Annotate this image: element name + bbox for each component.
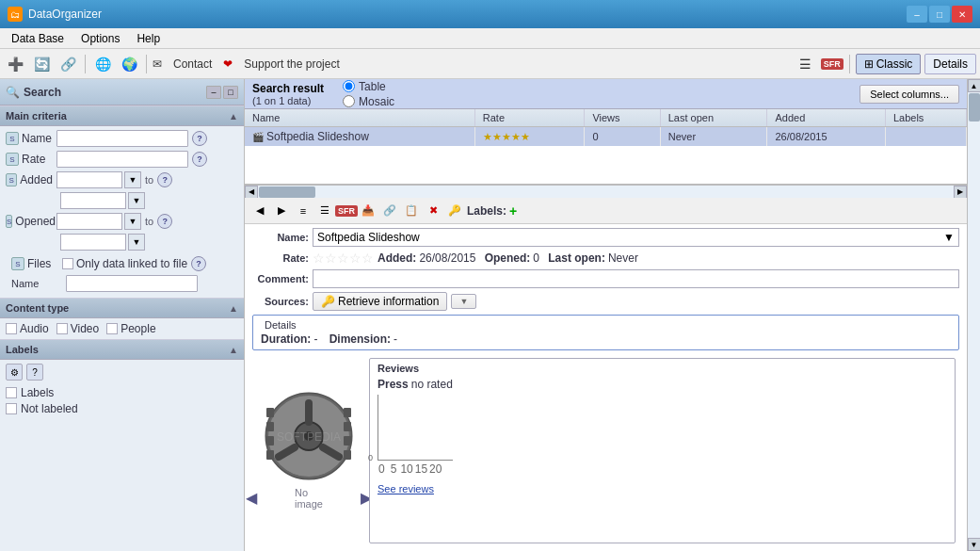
globe1-button[interactable]: 🌐 xyxy=(91,53,114,75)
opened-to-input[interactable] xyxy=(60,234,126,251)
added-field-icon: S xyxy=(6,173,17,186)
table-row[interactable]: 🎬 Softpedia Slideshow ★★★★★ 0 Never 26/0… xyxy=(245,127,967,147)
add-label-btn[interactable]: + xyxy=(509,203,517,219)
detail-name-row: Name: Softpedia Slideshow ▼ xyxy=(252,228,959,247)
detail-next-btn[interactable]: ▶ xyxy=(272,202,291,220)
scroll-down-btn[interactable]: ▼ xyxy=(968,538,981,551)
detail-key-btn[interactable]: 🔑 xyxy=(445,202,464,220)
minimize-button[interactable]: – xyxy=(907,6,927,23)
add-button[interactable]: ➕ xyxy=(4,53,26,75)
list-view-btn[interactable]: ☰ xyxy=(795,53,817,75)
added-from-input[interactable] xyxy=(56,171,122,188)
opened-from-picker[interactable]: ▼ xyxy=(124,213,141,230)
labels-settings-btn[interactable]: ⚙ xyxy=(6,364,23,381)
link-button[interactable]: 🔗 xyxy=(56,53,79,75)
menu-database[interactable]: Data Base xyxy=(4,30,72,47)
audio-checkbox[interactable] xyxy=(6,323,17,334)
added-help-btn[interactable]: ? xyxy=(157,172,172,187)
labels-help-btn[interactable]: ? xyxy=(26,364,43,381)
hscroll-left-btn[interactable]: ◀ xyxy=(245,186,258,199)
people-checkbox[interactable] xyxy=(106,323,118,334)
close-button[interactable]: ✕ xyxy=(952,6,972,23)
support-link[interactable]: Support the project xyxy=(236,56,346,73)
files-field-icon: S xyxy=(11,257,24,270)
not-labeled-checkbox[interactable] xyxy=(6,403,17,414)
retrieve-dropdown-btn[interactable]: ▼ xyxy=(451,294,476,309)
results-data-table: Name Rate Views Last open Added Labels 🎬… xyxy=(245,109,967,146)
table-radio[interactable] xyxy=(343,80,355,92)
name2-label: Name xyxy=(11,278,62,289)
opened-to-picker[interactable]: ▼ xyxy=(128,234,145,251)
contact-link[interactable]: Contact xyxy=(166,56,219,73)
detail-sources-label: Sources: xyxy=(252,296,309,307)
retrieve-info-btn[interactable]: 🔑 Retrieve information xyxy=(313,292,447,311)
prev-arrow[interactable]: ◀ xyxy=(246,489,257,507)
opened-help-btn[interactable]: ? xyxy=(157,214,172,229)
reviews-panel: Reviews Press no rated 0 0 xyxy=(369,358,956,543)
detail-list-btn[interactable]: ≡ xyxy=(294,202,313,220)
detail-prev-btn[interactable]: ◀ xyxy=(250,202,269,220)
name-input[interactable] xyxy=(56,130,188,147)
rate-help-btn[interactable]: ? xyxy=(192,152,207,167)
content-type-toggle: ▲ xyxy=(229,303,238,314)
files-row: S Files Only data linked to file ? xyxy=(6,254,238,273)
detail-comment-input[interactable] xyxy=(313,269,959,288)
name-help-btn[interactable]: ? xyxy=(192,131,207,146)
label-checkbox-row: Labels Not labeled xyxy=(6,386,238,415)
mosaic-radio[interactable] xyxy=(343,95,355,107)
film-reel-image: SOFTPEDIA xyxy=(262,389,356,483)
svg-rect-11 xyxy=(344,408,351,417)
detail-rate-stars[interactable]: ☆☆☆☆☆ xyxy=(313,251,374,266)
classic-view-btn[interactable]: ⊞ Classic xyxy=(856,54,922,74)
added-to-input[interactable] xyxy=(60,192,126,209)
search-label: Search xyxy=(24,86,61,99)
name2-input[interactable] xyxy=(66,275,198,292)
select-columns-btn[interactable]: Select columns... xyxy=(860,85,959,104)
detail-delete-btn[interactable]: ✖ xyxy=(424,202,442,220)
opened-from-input[interactable] xyxy=(56,213,122,230)
main-layout: 🔍 Search – □ Main criteria ▲ S Name ? xyxy=(0,79,980,551)
opened-field-icon: S xyxy=(6,215,12,228)
labels-checkbox[interactable] xyxy=(6,387,17,398)
menu-help[interactable]: Help xyxy=(129,30,168,47)
svg-rect-13 xyxy=(344,436,351,446)
see-reviews-link[interactable]: See reviews xyxy=(378,483,947,494)
globe2-button[interactable]: 🌍 xyxy=(118,53,140,75)
added-from-picker[interactable]: ▼ xyxy=(124,171,141,188)
rate-field-icon: S xyxy=(6,153,19,166)
hscroll-right-btn[interactable]: ▶ xyxy=(954,186,967,199)
details-view-btn[interactable]: Details xyxy=(924,54,976,74)
files-help-btn[interactable]: ? xyxy=(191,256,206,271)
detail-rate-label: Rate: xyxy=(252,252,309,264)
scroll-up-btn[interactable]: ▲ xyxy=(968,79,981,92)
right-panel: Search result (1 on 1 data) Table Mosaic… xyxy=(245,79,967,551)
detail-name-select[interactable]: Softpedia Slideshow ▼ xyxy=(313,228,959,247)
search-maximize-btn[interactable]: □ xyxy=(223,86,238,99)
search-minimize-btn[interactable]: – xyxy=(206,86,221,99)
no-rated-label: no rated xyxy=(411,378,453,391)
result-count: (1 on 1 data) xyxy=(252,95,324,106)
detail-import-btn[interactable]: 📥 xyxy=(359,202,378,220)
name2-row: Name xyxy=(6,273,238,294)
hscroll-thumb[interactable] xyxy=(259,186,315,198)
detail-link-btn[interactable]: 🔗 xyxy=(380,202,399,220)
refresh-button[interactable]: 🔄 xyxy=(30,53,53,75)
people-checkbox-label: People xyxy=(106,322,155,335)
sfr-btn[interactable]: SFR xyxy=(821,53,843,75)
detail-clipboard-btn[interactable]: 📋 xyxy=(402,202,421,220)
scroll-thumb[interactable] xyxy=(969,93,980,122)
only-linked-checkbox[interactable] xyxy=(62,258,73,269)
menu-options[interactable]: Options xyxy=(73,30,127,47)
section-content-type[interactable]: Content type ▲ xyxy=(0,298,244,318)
rate-input[interactable] xyxy=(56,151,188,168)
table-radio-label: Table xyxy=(343,80,394,93)
added-to-picker[interactable]: ▼ xyxy=(128,192,145,209)
section-labels[interactable]: Labels ▲ xyxy=(0,339,244,360)
section-main-criteria[interactable]: Main criteria ▲ xyxy=(0,105,244,126)
video-checkbox[interactable] xyxy=(56,323,68,334)
maximize-button[interactable]: □ xyxy=(929,6,950,23)
detail-sfr-btn[interactable]: SFR xyxy=(337,202,356,220)
detail-grid-btn[interactable]: ☰ xyxy=(315,202,334,220)
labels-section-label: Labels xyxy=(6,344,39,355)
name-field-icon: S xyxy=(6,132,19,145)
